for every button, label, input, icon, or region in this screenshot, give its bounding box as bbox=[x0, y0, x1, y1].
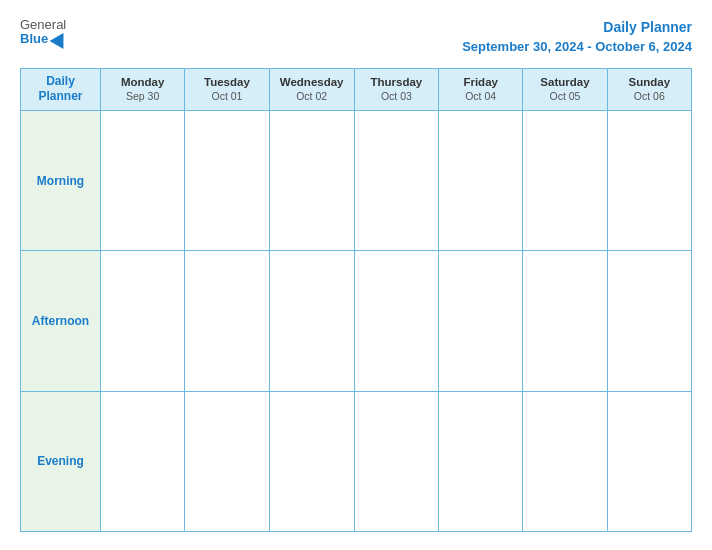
row-label-morning: Morning bbox=[21, 110, 101, 250]
planner-table: Daily Planner Monday Sep 30 Tuesday Oct … bbox=[20, 68, 692, 532]
cell-afternoon-saturday[interactable] bbox=[523, 251, 607, 391]
logo-blue-text: Blue bbox=[20, 32, 68, 46]
col-header-friday: Friday Oct 04 bbox=[439, 68, 523, 110]
row-label-afternoon: Afternoon bbox=[21, 251, 101, 391]
col-header-thursday: Thursday Oct 03 bbox=[354, 68, 438, 110]
cell-evening-monday[interactable] bbox=[101, 391, 185, 531]
col-header-line1: Daily bbox=[46, 74, 75, 88]
col-day-monday: Monday bbox=[105, 75, 180, 90]
cell-morning-wednesday[interactable] bbox=[269, 110, 354, 250]
header-title: Daily Planner September 30, 2024 - Octob… bbox=[462, 18, 692, 56]
col-header-monday: Monday Sep 30 bbox=[101, 68, 185, 110]
col-day-tuesday: Tuesday bbox=[189, 75, 264, 90]
cell-afternoon-friday[interactable] bbox=[439, 251, 523, 391]
cell-morning-thursday[interactable] bbox=[354, 110, 438, 250]
col-day-friday: Friday bbox=[443, 75, 518, 90]
table-row-evening: Evening bbox=[21, 391, 692, 531]
col-header-daily-planner: Daily Planner bbox=[21, 68, 101, 110]
cell-morning-monday[interactable] bbox=[101, 110, 185, 250]
logo-triangle-icon bbox=[50, 29, 71, 49]
col-header-tuesday: Tuesday Oct 01 bbox=[185, 68, 269, 110]
col-header-saturday: Saturday Oct 05 bbox=[523, 68, 607, 110]
col-day-wednesday: Wednesday bbox=[274, 75, 350, 90]
col-day-sunday: Sunday bbox=[612, 75, 687, 90]
cell-evening-tuesday[interactable] bbox=[185, 391, 269, 531]
col-header-sunday: Sunday Oct 06 bbox=[607, 68, 691, 110]
col-date-oct04: Oct 04 bbox=[443, 90, 518, 104]
cell-morning-tuesday[interactable] bbox=[185, 110, 269, 250]
col-date-oct06: Oct 06 bbox=[612, 90, 687, 104]
cell-morning-saturday[interactable] bbox=[523, 110, 607, 250]
cell-evening-wednesday[interactable] bbox=[269, 391, 354, 531]
cell-evening-sunday[interactable] bbox=[607, 391, 691, 531]
header: General Blue Daily Planner September 30,… bbox=[20, 18, 692, 56]
col-date-oct02: Oct 02 bbox=[274, 90, 350, 104]
col-header-line2: Planner bbox=[38, 89, 82, 103]
col-date-oct01: Oct 01 bbox=[189, 90, 264, 104]
col-date-oct03: Oct 03 bbox=[359, 90, 434, 104]
cell-afternoon-tuesday[interactable] bbox=[185, 251, 269, 391]
cell-morning-friday[interactable] bbox=[439, 110, 523, 250]
planner-title: Daily Planner bbox=[462, 18, 692, 38]
cell-evening-thursday[interactable] bbox=[354, 391, 438, 531]
cell-evening-saturday[interactable] bbox=[523, 391, 607, 531]
col-date-oct05: Oct 05 bbox=[527, 90, 602, 104]
table-header-row: Daily Planner Monday Sep 30 Tuesday Oct … bbox=[21, 68, 692, 110]
cell-afternoon-monday[interactable] bbox=[101, 251, 185, 391]
cell-morning-sunday[interactable] bbox=[607, 110, 691, 250]
col-header-wednesday: Wednesday Oct 02 bbox=[269, 68, 354, 110]
cell-afternoon-sunday[interactable] bbox=[607, 251, 691, 391]
row-label-evening: Evening bbox=[21, 391, 101, 531]
col-date-sep30: Sep 30 bbox=[105, 90, 180, 104]
logo: General Blue bbox=[20, 18, 68, 47]
cell-evening-friday[interactable] bbox=[439, 391, 523, 531]
col-day-thursday: Thursday bbox=[359, 75, 434, 90]
col-day-saturday: Saturday bbox=[527, 75, 602, 90]
table-row-morning: Morning bbox=[21, 110, 692, 250]
cell-afternoon-wednesday[interactable] bbox=[269, 251, 354, 391]
table-row-afternoon: Afternoon bbox=[21, 251, 692, 391]
cell-afternoon-thursday[interactable] bbox=[354, 251, 438, 391]
planner-date-range: September 30, 2024 - October 6, 2024 bbox=[462, 38, 692, 56]
